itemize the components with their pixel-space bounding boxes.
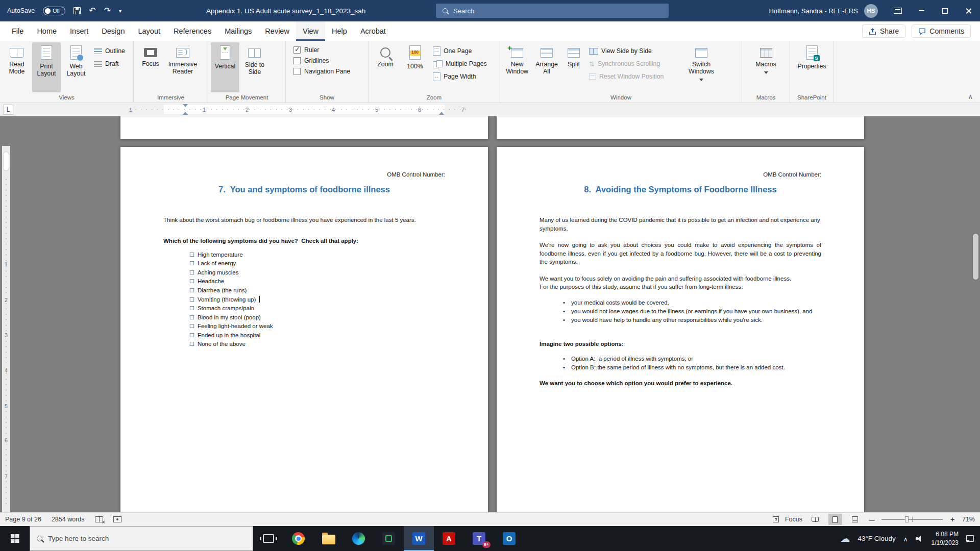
share-button[interactable]: Share bbox=[862, 24, 905, 38]
vertical-button[interactable]: Vertical bbox=[211, 42, 239, 92]
vertical-scrollbar-thumb[interactable] bbox=[973, 234, 978, 280]
avatar[interactable]: HS bbox=[864, 4, 878, 18]
weather-text[interactable]: 43°F Cloudy bbox=[857, 535, 895, 542]
symptom-item[interactable]: ☐Vomiting (throwing up) bbox=[189, 295, 445, 304]
taskbar-clock[interactable]: 6:08 PM 1/19/2023 bbox=[932, 530, 959, 546]
checkbox-icon: ☐ bbox=[189, 322, 194, 331]
proofing-errors-icon[interactable] bbox=[95, 516, 103, 522]
taskbar-acrobat[interactable]: A bbox=[434, 526, 464, 551]
start-button[interactable] bbox=[0, 526, 30, 551]
taskbar-chrome[interactable] bbox=[283, 526, 313, 551]
navigation-pane-checkbox[interactable]: Navigation Pane bbox=[293, 68, 350, 75]
task-view-button[interactable] bbox=[253, 526, 283, 551]
hanging-indent-marker[interactable] bbox=[183, 109, 188, 115]
switch-windows-button[interactable]: Switch Windows bbox=[684, 42, 718, 92]
page-indicator[interactable]: Page 9 of 26 bbox=[5, 516, 41, 523]
focus-button[interactable]: Focus bbox=[136, 42, 165, 92]
print-layout-button[interactable]: Print Layout bbox=[32, 42, 61, 92]
symptom-item[interactable]: ☐Stomach cramps/pain bbox=[189, 304, 445, 313]
ribbon-display-options-button[interactable] bbox=[886, 0, 910, 21]
close-button[interactable] bbox=[957, 0, 980, 21]
speaker-icon[interactable] bbox=[916, 535, 924, 542]
customize-quick-access-icon[interactable] bbox=[119, 8, 121, 14]
outline-button[interactable]: Outline bbox=[91, 45, 128, 57]
undo-icon[interactable] bbox=[89, 7, 95, 15]
new-window-button[interactable]: New Window bbox=[503, 42, 531, 92]
arrange-all-button[interactable]: Arrange All bbox=[532, 42, 561, 92]
gridlines-checkbox[interactable]: Gridlines bbox=[293, 57, 350, 64]
symptom-item[interactable]: ☐Blood in my stool (poop) bbox=[189, 313, 445, 322]
action-center-icon[interactable] bbox=[966, 535, 974, 542]
side-to-side-button[interactable]: Side to Side bbox=[240, 42, 269, 92]
zoom-100-button[interactable]: 100 100% bbox=[401, 42, 429, 92]
symptom-item[interactable]: ☐Aching muscles bbox=[189, 268, 445, 277]
read-mode-button[interactable]: Read Mode bbox=[3, 42, 31, 92]
document-page-section8[interactable]: OMB Control Number: 8. Avoiding the Symp… bbox=[497, 147, 864, 512]
zoom-out-button[interactable] bbox=[868, 515, 875, 523]
redo-icon[interactable] bbox=[104, 7, 111, 15]
symptom-item[interactable]: ☐None of the above bbox=[189, 340, 445, 349]
print-layout-view-button[interactable] bbox=[828, 514, 842, 525]
symptom-item[interactable]: ☐Feeling light-headed or weak bbox=[189, 322, 445, 331]
draft-button[interactable]: Draft bbox=[91, 58, 128, 69]
recording-status-icon[interactable] bbox=[113, 516, 121, 522]
right-indent-marker[interactable] bbox=[439, 109, 444, 115]
symptom-item[interactable]: ☐Headache bbox=[189, 277, 445, 286]
zoom-percentage[interactable]: 71% bbox=[962, 516, 975, 523]
read-mode-view-button[interactable] bbox=[808, 514, 822, 525]
tab-file[interactable]: File bbox=[5, 21, 30, 41]
symptom-item[interactable]: ☐High temperature bbox=[189, 250, 445, 259]
zoom-slider[interactable] bbox=[881, 519, 943, 520]
split-button[interactable]: Split bbox=[562, 42, 585, 92]
taskbar-search-box[interactable]: Type here to search bbox=[30, 526, 253, 551]
macros-button[interactable]: Macros bbox=[752, 42, 780, 92]
word-count[interactable]: 2854 words bbox=[52, 516, 85, 523]
tab-review[interactable]: Review bbox=[258, 21, 296, 41]
tab-design[interactable]: Design bbox=[95, 21, 131, 41]
titlebar-search-box[interactable]: Search bbox=[436, 4, 669, 18]
taskbar-file-explorer[interactable] bbox=[313, 526, 344, 551]
taskbar-word[interactable]: W bbox=[404, 526, 434, 551]
document-page-section7[interactable]: OMB Control Number: 7. You and symptoms … bbox=[120, 147, 488, 512]
save-icon[interactable] bbox=[74, 7, 81, 14]
account-name[interactable]: Hoffmann, Sandra - REE-ERS bbox=[769, 7, 858, 15]
autosave-toggle[interactable]: Off bbox=[43, 7, 65, 15]
taskbar-edge[interactable] bbox=[344, 526, 374, 551]
tab-layout[interactable]: Layout bbox=[131, 21, 167, 41]
zoom-button[interactable]: Zoom bbox=[371, 42, 400, 92]
taskbar-outlook[interactable]: O bbox=[494, 526, 524, 551]
ruler-checkbox[interactable]: Ruler bbox=[293, 46, 350, 54]
symptom-item[interactable]: ☐Diarrhea (the runs) bbox=[189, 286, 445, 295]
tab-home[interactable]: Home bbox=[30, 21, 63, 41]
tab-references[interactable]: References bbox=[167, 21, 218, 41]
immersive-reader-button[interactable]: Immersive Reader bbox=[166, 42, 200, 92]
tab-mailings[interactable]: Mailings bbox=[218, 21, 258, 41]
tab-insert[interactable]: Insert bbox=[63, 21, 95, 41]
focus-mode-button[interactable]: Focus bbox=[785, 516, 802, 523]
tab-help[interactable]: Help bbox=[325, 21, 354, 41]
web-layout-view-button[interactable] bbox=[848, 514, 862, 525]
multiple-pages-button[interactable]: Multiple Pages bbox=[430, 58, 489, 69]
taskbar-teams[interactable]: T 9+ bbox=[464, 526, 494, 551]
document-canvas[interactable]: OMB Control Number: 7. You and symptoms … bbox=[0, 116, 980, 512]
windows-logo-icon bbox=[11, 534, 19, 543]
comments-button[interactable]: Comments bbox=[912, 24, 971, 38]
tab-acrobat[interactable]: Acrobat bbox=[354, 21, 393, 41]
properties-button[interactable]: Properties bbox=[798, 42, 826, 92]
hidden-icons-chevron[interactable] bbox=[903, 534, 908, 543]
web-layout-button[interactable]: Web Layout bbox=[62, 42, 90, 92]
symptom-item[interactable]: ☐Ended up in the hospital bbox=[189, 331, 445, 340]
zoom-slider-thumb[interactable] bbox=[905, 516, 909, 522]
taskbar-app-green[interactable] bbox=[374, 526, 404, 551]
one-page-button[interactable]: One Page bbox=[430, 45, 489, 57]
collapse-ribbon-icon[interactable] bbox=[968, 93, 973, 101]
symptom-item[interactable]: ☐Lack of energy bbox=[189, 259, 445, 268]
zoom-in-button[interactable] bbox=[949, 515, 956, 523]
tab-view[interactable]: View bbox=[296, 21, 325, 41]
view-side-by-side-button[interactable]: View Side by Side bbox=[586, 45, 683, 57]
minimize-button[interactable] bbox=[910, 0, 933, 21]
maximize-button[interactable] bbox=[933, 0, 957, 21]
tab-selector[interactable]: L bbox=[3, 105, 13, 115]
page-width-button[interactable]: Page Width bbox=[430, 71, 489, 82]
switch-windows-icon bbox=[695, 48, 707, 58]
